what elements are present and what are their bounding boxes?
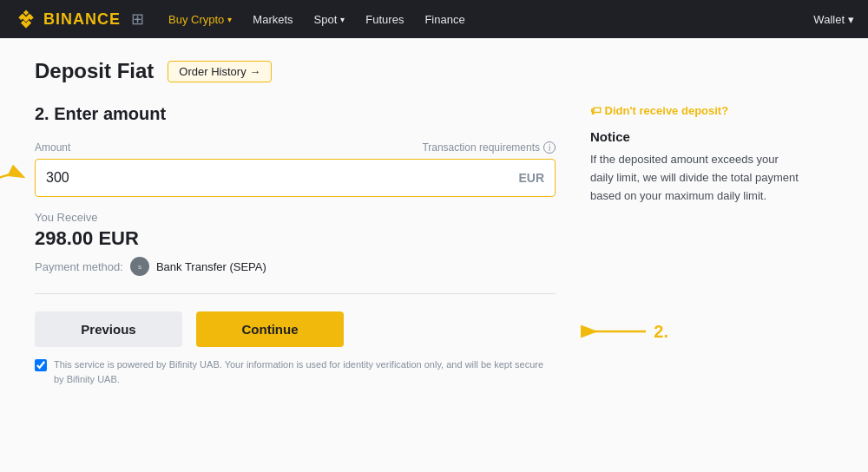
annotation-2-label: 2. (654, 322, 668, 342)
nav-item-spot[interactable]: Spot ▾ (304, 0, 356, 38)
logo-text: BINANCE (43, 10, 121, 29)
you-receive-label: You Receive (35, 211, 556, 224)
transaction-requirements-link[interactable]: Transaction requirements i (422, 141, 556, 154)
wallet-menu[interactable]: Wallet ▾ (813, 13, 854, 26)
logo[interactable]: BINANCE (14, 7, 121, 31)
currency-label: EUR (518, 171, 544, 185)
main-content: Deposit Fiat Order History → 2. Enter am… (0, 38, 868, 472)
page-title: Deposit Fiat (35, 59, 154, 83)
you-receive-amount: 298.00 EUR (35, 227, 556, 250)
disclaimer: This service is powered by Bifinity UAB.… (35, 357, 556, 386)
order-history-button[interactable]: Order History → (168, 61, 272, 82)
wallet-arrow: ▾ (848, 13, 854, 26)
payment-method-row: Payment method: S Bank Transfer (SEPA) (35, 257, 556, 276)
amount-input[interactable] (46, 170, 518, 186)
previous-button[interactable]: Previous (35, 311, 182, 347)
nav-item-buy-crypto[interactable]: Buy Crypto ▾ (158, 0, 242, 38)
svg-text:S: S (138, 265, 141, 270)
page-header: Deposit Fiat Order History → (35, 59, 833, 83)
nav-item-markets[interactable]: Markets (242, 0, 303, 38)
field-labels-row: Amount Transaction requirements i (35, 141, 556, 154)
you-receive-section: You Receive 298.00 EUR Payment method: S… (35, 211, 556, 276)
amount-section: 1. Amount Transaction requirements i EUR (35, 141, 556, 197)
nav-items: Buy Crypto ▾ Markets Spot ▾ Futures Fina… (158, 0, 813, 38)
payment-method-name: Bank Transfer (SEPA) (156, 260, 266, 273)
navbar: BINANCE ⊞ Buy Crypto ▾ Markets Spot ▾ Fu… (0, 0, 868, 38)
step-title: 2. Enter amount (35, 104, 556, 124)
info-icon: i (543, 141, 556, 154)
grid-icon[interactable]: ⊞ (131, 10, 144, 29)
sidebar: 🏷 Didn't receive deposit? Notice If the … (590, 104, 799, 205)
payment-method-label: Payment method: (35, 260, 123, 273)
annotation-2: 2. (581, 316, 668, 347)
annotation-1: 1. (0, 150, 30, 214)
spot-arrow: ▾ (340, 15, 345, 24)
disclaimer-checkbox[interactable] (35, 359, 47, 371)
amount-label: Amount (35, 141, 70, 154)
disclaimer-text: This service is powered by Bifinity UAB.… (54, 357, 556, 386)
continue-button[interactable]: Continue (196, 311, 344, 347)
buy-crypto-arrow: ▾ (227, 15, 232, 24)
sepa-icon: S (130, 257, 149, 276)
sidebar-notice-text: If the deposited amount exceeds your dai… (590, 151, 799, 205)
binance-logo-icon (14, 7, 38, 31)
content-layout: 2. Enter amount 1. A (35, 104, 833, 386)
didnt-receive-deposit-link[interactable]: 🏷 Didn't receive deposit? (590, 104, 799, 117)
svg-marker-0 (23, 10, 29, 16)
divider (35, 293, 556, 294)
sidebar-notice-title: Notice (590, 129, 799, 144)
nav-item-futures[interactable]: Futures (355, 0, 414, 38)
arrow-2-svg (581, 316, 650, 347)
button-row: Previous Continue 2. (35, 311, 556, 347)
arrow-1-svg (0, 150, 30, 211)
form-area: 2. Enter amount 1. A (35, 104, 556, 386)
nav-right: Wallet ▾ (813, 13, 854, 26)
amount-input-wrapper: EUR (35, 159, 556, 197)
nav-item-finance[interactable]: Finance (414, 0, 475, 38)
